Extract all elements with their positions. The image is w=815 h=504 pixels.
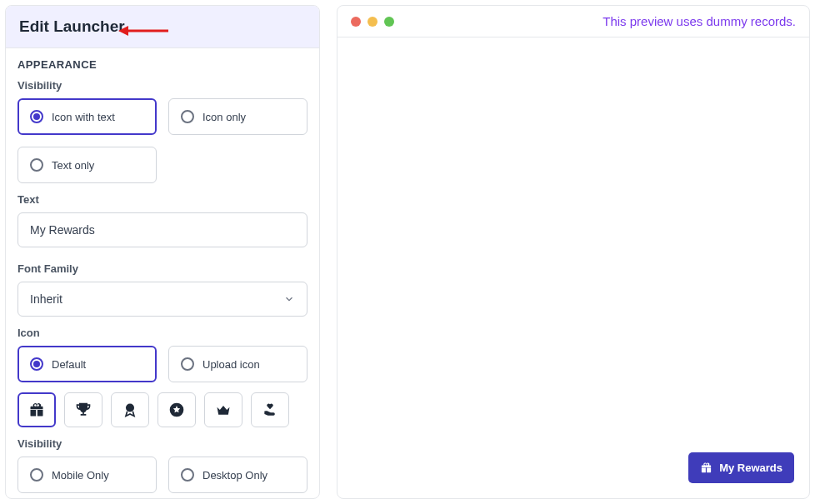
icon-source-radio-group: Default Upload icon <box>18 346 308 382</box>
icon-picker-grid <box>18 392 308 427</box>
preview-panel: This preview uses dummy records. My Rewa… <box>337 5 810 499</box>
field-label-font: Font Family <box>18 262 308 275</box>
section-heading-appearance: APPEARANCE <box>18 58 308 71</box>
field-label-text: Text <box>18 193 308 206</box>
panel-title: Edit Launcher <box>19 17 306 36</box>
preview-header: This preview uses dummy records. <box>338 6 809 37</box>
device-option-mobile-only[interactable]: Mobile Only <box>18 457 157 493</box>
icon-source-default[interactable]: Default <box>18 346 157 382</box>
radio-label: Upload icon <box>202 358 260 371</box>
radio-circle-icon <box>181 110 194 123</box>
launcher-preview-button[interactable]: My Rewards <box>688 452 794 483</box>
traffic-light-red-icon <box>351 17 361 27</box>
radio-label: Icon with text <box>52 111 115 123</box>
icon-option-trophy[interactable] <box>64 392 102 427</box>
radio-circle-icon <box>30 110 43 123</box>
chevron-down-icon <box>283 293 295 305</box>
icon-option-hand-heart[interactable] <box>251 392 289 427</box>
panel-header: Edit Launcher <box>6 6 319 48</box>
launcher-button-label: My Rewards <box>719 462 782 474</box>
hand-heart-icon <box>262 402 278 418</box>
crown-icon <box>215 402 232 418</box>
select-value: Inherit <box>30 292 62 306</box>
window-traffic-lights <box>351 17 394 27</box>
preview-note-text: This preview uses dummy records. <box>602 14 796 28</box>
icon-option-medal[interactable] <box>111 392 149 427</box>
icon-option-star-circle[interactable] <box>158 392 196 427</box>
visibility-option-icon-with-text[interactable]: Icon with text <box>18 98 157 135</box>
gift-icon <box>700 462 712 474</box>
icon-option-gift[interactable] <box>18 392 56 427</box>
font-family-select[interactable]: Inherit <box>18 282 308 317</box>
icon-option-crown[interactable] <box>204 392 242 427</box>
medal-icon <box>122 402 138 418</box>
radio-circle-icon <box>30 468 43 482</box>
settings-scroll-area[interactable]: APPEARANCE Visibility Icon with text Ico… <box>6 48 319 498</box>
star-circle-icon <box>168 402 185 418</box>
svg-point-2 <box>126 404 134 412</box>
launcher-text-input[interactable] <box>18 212 308 247</box>
radio-label: Text only <box>52 159 94 172</box>
radio-circle-icon <box>181 468 194 482</box>
field-label-visibility: Visibility <box>18 79 308 92</box>
radio-circle-icon <box>30 158 43 172</box>
traffic-light-yellow-icon <box>368 17 378 27</box>
traffic-light-green-icon <box>384 17 394 27</box>
visibility-option-text-only[interactable]: Text only <box>18 147 157 183</box>
field-label-device-visibility: Visibility <box>18 437 308 450</box>
icon-source-upload[interactable]: Upload icon <box>168 346 308 382</box>
visibility-radio-group: Icon with text Icon only Text only <box>18 98 308 183</box>
radio-circle-icon <box>30 357 43 371</box>
device-radio-group: Mobile Only Desktop Only <box>18 457 308 493</box>
device-option-desktop-only[interactable]: Desktop Only <box>168 457 308 493</box>
visibility-option-icon-only[interactable]: Icon only <box>168 98 308 135</box>
field-label-icon: Icon <box>18 327 308 339</box>
radio-label: Icon only <box>202 111 246 123</box>
radio-label: Mobile Only <box>52 469 109 482</box>
trophy-icon <box>75 402 92 418</box>
gift-icon <box>28 402 45 418</box>
radio-label: Default <box>52 358 86 371</box>
radio-circle-icon <box>181 357 194 371</box>
settings-panel: Edit Launcher APPEARANCE Visibility Icon… <box>5 5 320 499</box>
radio-label: Desktop Only <box>202 469 268 482</box>
